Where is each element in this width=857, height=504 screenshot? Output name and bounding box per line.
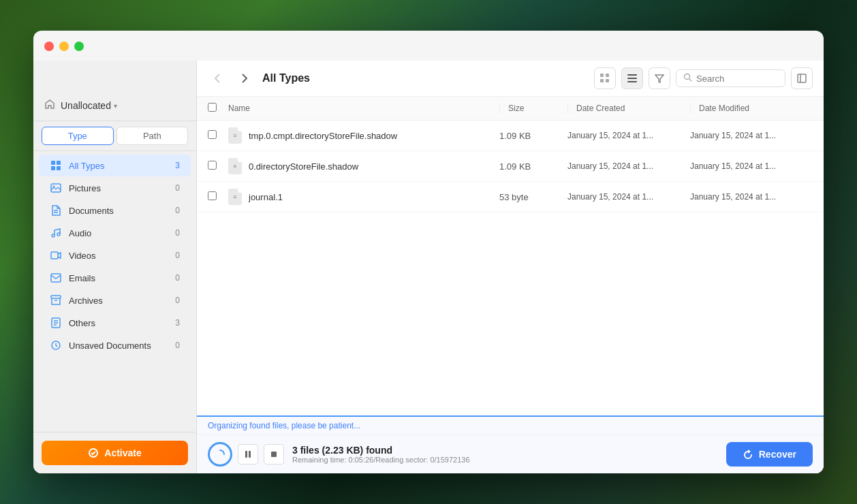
close-button[interactable]: [44, 42, 54, 51]
sidebar-item-count: 0: [175, 251, 180, 260]
activate-button[interactable]: Activate: [42, 441, 188, 465]
tab-path[interactable]: Path: [116, 127, 189, 145]
grid-view-button[interactable]: [594, 67, 616, 89]
sidebar-item-label: Audio: [69, 228, 168, 238]
sidebar-item-documents[interactable]: Documents 0: [39, 200, 191, 221]
row-size: 53 byte: [499, 192, 567, 202]
row-select-checkbox[interactable]: [208, 191, 217, 200]
row-date-modified: January 15, 2024 at 1...: [690, 161, 813, 171]
sidebar-item-count: 0: [175, 341, 180, 350]
stop-button[interactable]: [264, 444, 284, 464]
svg-rect-25: [627, 78, 637, 79]
svg-rect-2: [51, 166, 55, 170]
sidebar-item-archives[interactable]: Archives 0: [39, 289, 191, 311]
pause-button[interactable]: [238, 444, 258, 464]
music-icon: [50, 227, 62, 239]
home-icon: [44, 99, 55, 112]
sidebar-item-count: 0: [175, 206, 180, 215]
bottom-bar: 3 files (2.23 KB) found Remaining time: …: [197, 435, 824, 473]
row-date-created: January 15, 2024 at 1...: [567, 192, 690, 202]
sidebar-item-emails[interactable]: Emails 0: [39, 267, 191, 289]
sidebar-item-unsaved-documents[interactable]: Unsaved Documents 0: [39, 334, 191, 356]
sidebar-item-count: 0: [175, 183, 180, 193]
header-size: Size: [499, 104, 567, 113]
search-icon: [683, 73, 692, 84]
list-view-button[interactable]: [621, 67, 643, 89]
search-input[interactable]: [696, 74, 778, 84]
main-content: Unallocated ▾ Type Path: [33, 61, 824, 473]
header-checkbox[interactable]: [208, 102, 228, 114]
row-select-checkbox[interactable]: [208, 161, 217, 170]
maximize-button[interactable]: [74, 42, 84, 51]
file-type-indicator: ≡: [234, 133, 237, 139]
row-select-checkbox[interactable]: [208, 130, 217, 139]
sidebar-item-pictures[interactable]: Pictures 0: [39, 177, 191, 199]
sidebar-footer: Activate: [33, 432, 196, 473]
svg-rect-26: [627, 81, 637, 82]
row-name: ≡ tmp.0.cmpt.directoryStoreFile.shadow: [228, 127, 499, 144]
sidebar-item-label: All Types: [69, 161, 168, 171]
filter-button[interactable]: [649, 67, 670, 89]
email-icon: [50, 272, 62, 284]
main-panel: All Types: [197, 61, 824, 473]
video-icon: [50, 249, 62, 262]
svg-rect-29: [798, 74, 806, 82]
tab-type[interactable]: Type: [42, 127, 114, 145]
back-button[interactable]: [208, 69, 227, 88]
svg-rect-1: [57, 161, 61, 165]
file-name: 0.directoryStoreFile.shadow: [249, 161, 358, 172]
grid-icon: [50, 159, 62, 172]
sidebar-item-audio[interactable]: Audio 0: [39, 222, 191, 244]
preview-button[interactable]: [791, 67, 813, 89]
sidebar-item-count: 3: [175, 161, 180, 170]
sidebar-item-label: Documents: [69, 206, 168, 216]
row-checkbox[interactable]: [208, 129, 228, 142]
chevron-down-icon: ▾: [114, 102, 117, 110]
select-all-checkbox[interactable]: [208, 103, 217, 112]
table-header: Name Size Date Created Date Modified: [197, 97, 824, 121]
toolbar-title: All Types: [262, 72, 586, 84]
file-table: ≡ tmp.0.cmpt.directoryStoreFile.shadow 1…: [197, 121, 824, 415]
sidebar-item-label: Videos: [69, 251, 168, 261]
file-name: journal.1: [249, 192, 283, 202]
minimize-button[interactable]: [59, 42, 69, 51]
forward-button[interactable]: [235, 69, 254, 88]
svg-rect-24: [627, 74, 637, 76]
sidebar-item-label: Emails: [69, 273, 168, 283]
status-bar: Organizing found files, please be patien…: [197, 415, 824, 473]
sidebar-header: Unallocated ▾: [33, 91, 196, 121]
file-icon: ≡: [228, 189, 242, 205]
row-checkbox[interactable]: [208, 191, 228, 203]
file-type-indicator: ≡: [234, 163, 237, 170]
svg-line-28: [689, 79, 691, 81]
recover-button[interactable]: Recover: [726, 442, 813, 467]
header-date-modified: Date Modified: [690, 104, 813, 113]
scan-found: 3 files (2.23 KB) found: [292, 445, 718, 456]
sidebar-item-label: Archives: [69, 296, 168, 306]
file-name: tmp.0.cmpt.directoryStoreFile.shadow: [249, 131, 397, 141]
location-label[interactable]: Unallocated ▾: [61, 100, 117, 111]
svg-rect-32: [249, 451, 251, 458]
sidebar-item-all-types[interactable]: All Types 3: [39, 155, 191, 176]
svg-point-8: [52, 234, 54, 237]
svg-point-27: [685, 74, 690, 80]
toolbar-actions: [594, 67, 813, 89]
sidebar-item-others[interactable]: Others 3: [39, 312, 191, 334]
type-path-tabs: Type Path: [33, 121, 196, 151]
row-checkbox[interactable]: [208, 160, 228, 172]
table-row[interactable]: ≡ 0.directoryStoreFile.shadow 1.09 KB Ja…: [197, 151, 824, 182]
sidebar-item-videos[interactable]: Videos 0: [39, 245, 191, 266]
svg-rect-12: [51, 296, 61, 298]
progress-line: [197, 415, 448, 417]
table-row[interactable]: ≡ tmp.0.cmpt.directoryStoreFile.shadow 1…: [197, 121, 824, 151]
toolbar: All Types: [197, 61, 824, 97]
sidebar-list: All Types 3 Pictures 0: [33, 151, 196, 432]
scanning-icon: [208, 442, 232, 467]
sidebar-item-count: 0: [175, 228, 180, 238]
svg-rect-33: [271, 452, 277, 457]
scan-info: 3 files (2.23 KB) found Remaining time: …: [292, 445, 718, 464]
header-name: Name: [228, 104, 499, 113]
row-size: 1.09 KB: [499, 131, 567, 141]
table-row[interactable]: ≡ journal.1 53 byte January 15, 2024 at …: [197, 182, 824, 212]
svg-rect-3: [57, 166, 61, 170]
